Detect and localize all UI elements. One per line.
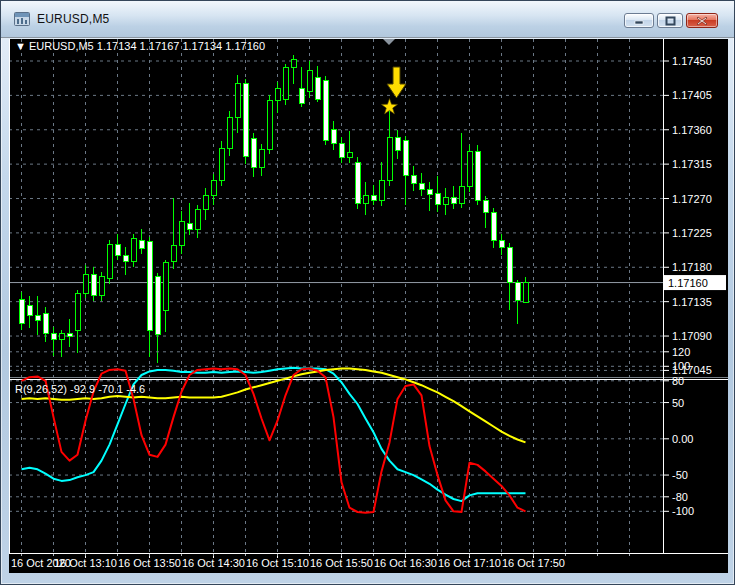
candle-bear <box>243 84 248 157</box>
candle-bull <box>347 153 352 158</box>
candle-bull <box>227 118 232 149</box>
chart-shift-marker-icon <box>383 39 395 45</box>
sell-arrow-icon <box>387 67 406 98</box>
candle-bull <box>59 333 64 340</box>
price-axis-label: 1.17270 <box>672 193 712 205</box>
candle-bear <box>139 241 144 249</box>
candle-bull <box>203 196 208 210</box>
candle-bear <box>299 89 304 104</box>
candle-bull <box>523 283 528 303</box>
candle-bear <box>155 276 160 334</box>
candle-bull <box>291 60 296 68</box>
price-axis-label: 1.17180 <box>672 261 712 273</box>
indicator-label: R(9,26,52) -92.9 -70.1 -4.6 <box>15 383 145 395</box>
window-title: EURUSD,M5 <box>37 12 109 26</box>
candle-bull <box>307 71 312 92</box>
candle-bear <box>395 137 400 150</box>
candle-bull <box>235 84 240 118</box>
close-button[interactable] <box>686 13 718 28</box>
chart-window: EURUSD,M5 1.174501.174051.173601.173151.… <box>0 0 735 585</box>
ohlc-header: ▼ EURUSD,M5 1.17134 1.17167 1.17134 1.17… <box>15 40 265 52</box>
time-axis-label: 16 Oct 16:30 <box>374 557 437 569</box>
candle-bull <box>267 101 272 150</box>
candle-bear <box>339 144 344 158</box>
indicator-axis-label: 80 <box>672 375 684 387</box>
indicator-axis-label: 0.00 <box>672 433 693 445</box>
candle-bear <box>147 241 152 330</box>
indicator-axis-label: -80 <box>672 491 688 503</box>
candle-bear <box>27 306 32 316</box>
time-axis-label: 16 Oct 15:50 <box>310 557 373 569</box>
candle-bear <box>435 194 440 205</box>
candle-bear <box>115 244 120 255</box>
candle-bull <box>259 150 264 168</box>
time-axis-label: 16 Oct 14:30 <box>182 557 245 569</box>
time-axis-label: 16 Oct 17:50 <box>502 557 565 569</box>
candle-bear <box>427 189 432 194</box>
candle-bear <box>123 255 128 261</box>
candle-bear <box>323 80 328 140</box>
candle-bear <box>483 201 488 213</box>
candle-bull <box>131 238 136 261</box>
candle-bull <box>219 148 224 180</box>
candle-bear <box>371 196 376 201</box>
price-axis-label: 1.17225 <box>672 227 712 239</box>
candle-bear <box>355 163 360 204</box>
candle-bull <box>443 197 448 205</box>
candle-bear <box>315 78 320 99</box>
price-axis-label: 1.17315 <box>672 158 712 170</box>
candle-bull <box>195 209 200 229</box>
candle-bull <box>379 181 384 200</box>
candle-bear <box>499 241 504 248</box>
indicator-axis-label: 50 <box>672 397 684 409</box>
candle-bear <box>515 283 520 301</box>
candle-bear <box>251 139 256 168</box>
candle-bear <box>403 141 408 176</box>
minimize-button[interactable] <box>624 13 654 28</box>
close-icon <box>696 16 708 26</box>
current-price-value: 1.17160 <box>668 277 708 289</box>
candle-bear <box>67 333 72 336</box>
time-axis-label: 16 Oct 17:10 <box>438 557 501 569</box>
candle-bull <box>211 180 216 195</box>
candle-bear <box>91 275 96 296</box>
candle-bull <box>83 275 88 293</box>
candle-bull <box>171 245 176 261</box>
indicator-axis-label: -50 <box>672 469 688 481</box>
candle-bull <box>179 221 184 245</box>
time-axis-label: 16 Oct 13:50 <box>118 557 181 569</box>
chart-window-icon <box>14 11 30 27</box>
candle-bull <box>107 244 112 278</box>
price-axis-label: 1.17090 <box>672 330 712 342</box>
candle-bear <box>491 212 496 240</box>
candle-bear <box>419 183 424 189</box>
candle-bull <box>283 67 288 99</box>
candle-bull <box>363 196 368 204</box>
chart-client-area: 1.174501.174051.173601.173151.172701.172… <box>9 39 728 573</box>
candle-bear <box>35 315 40 320</box>
window-titlebar[interactable]: EURUSD,M5 <box>1 1 734 38</box>
candle-bull <box>99 276 104 295</box>
chart-canvas[interactable]: 1.174501.174051.173601.173151.172701.172… <box>9 39 728 573</box>
indicator-axis-label: -100 <box>672 505 694 517</box>
candle-bull <box>459 186 464 203</box>
candle-bull <box>75 293 80 330</box>
minimize-icon <box>634 16 644 25</box>
candle-bear <box>51 333 56 340</box>
maximize-button[interactable] <box>657 13 683 28</box>
candle-bear <box>411 176 416 184</box>
candle-bull <box>163 263 168 310</box>
time-axis-label: 16 Oct 15:10 <box>246 557 309 569</box>
candle-bear <box>507 247 512 282</box>
candle-bear <box>187 223 192 229</box>
indicator-axis-label: 120 <box>672 346 690 358</box>
maximize-icon <box>665 16 676 26</box>
candle-bear <box>331 130 336 144</box>
candle-bear <box>19 299 24 323</box>
price-axis-label: 1.17360 <box>672 124 712 136</box>
time-axis-label: 16 Oct 13:10 <box>54 557 117 569</box>
candle-bear <box>43 313 48 333</box>
price-axis-label: 1.17450 <box>672 55 712 67</box>
candle-bear <box>451 197 456 203</box>
candle-bear <box>475 151 480 201</box>
